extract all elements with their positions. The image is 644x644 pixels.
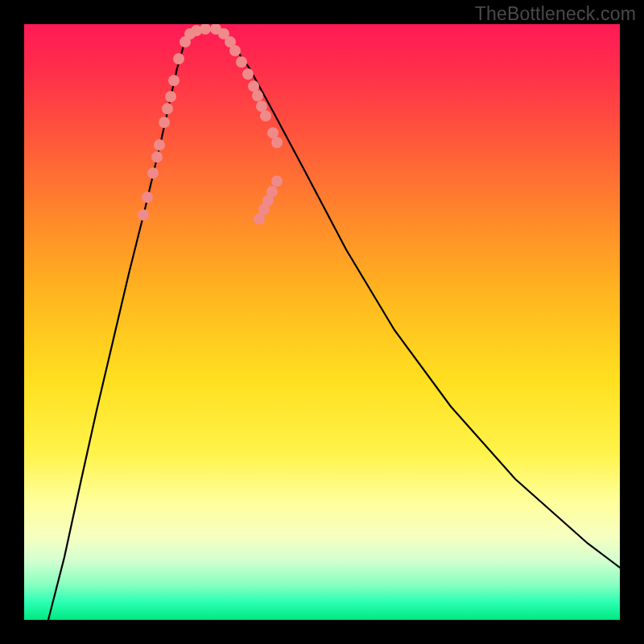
highlight-dot [151, 151, 163, 163]
curve-svg [24, 24, 620, 620]
bottleneck-curve [48, 29, 620, 620]
highlight-dot [173, 53, 184, 64]
highlight-dot [229, 45, 241, 56]
highlight-dot [138, 209, 149, 221]
highlight-dot [168, 75, 180, 86]
highlight-dot [271, 175, 283, 187]
highlight-dot [252, 90, 263, 101]
highlight-dot [142, 192, 153, 203]
chart-wrapper: TheBottleneck.com [0, 0, 644, 644]
highlight-dot [147, 167, 159, 179]
highlight-dot [256, 101, 267, 112]
plot-area [24, 24, 620, 620]
highlight-dot [242, 68, 254, 80]
highlight-dot [236, 56, 247, 68]
highlight-dot [271, 137, 283, 148]
highlight-dot [266, 186, 278, 197]
highlight-dot [165, 91, 176, 102]
watermark-text: TheBottleneck.com [475, 3, 636, 25]
highlight-dot [162, 103, 173, 114]
highlight-dot [248, 80, 259, 92]
highlight-dots [138, 24, 283, 225]
highlight-dot [260, 110, 271, 122]
highlight-dot [159, 117, 170, 128]
highlight-dot [267, 127, 279, 138]
highlight-dot [154, 139, 165, 151]
highlight-dot [254, 213, 265, 225]
